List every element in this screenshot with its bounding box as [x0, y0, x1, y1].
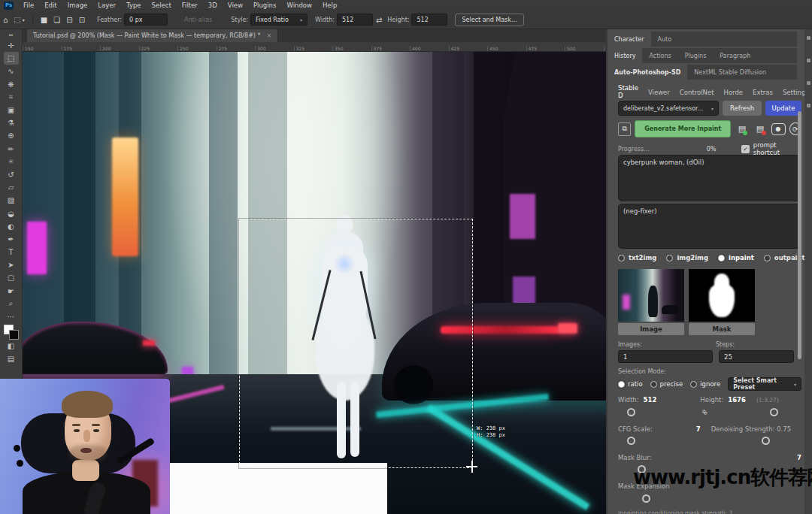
style-dropdown[interactable]: Fixed Ratio ▾ [250, 14, 308, 26]
color-swatches[interactable] [4, 325, 19, 340]
clone-stamp-tool[interactable]: ⍟ [4, 156, 19, 168]
background-color-swatch[interactable] [9, 330, 19, 340]
link-dimensions-icon[interactable]: ∞ [699, 407, 711, 419]
steps-input[interactable]: 25 [719, 350, 794, 363]
lasso-tool[interactable]: ∿ [4, 65, 19, 77]
collapsed-panel-icon[interactable] [807, 36, 810, 40]
tab-horde[interactable]: Horde [724, 89, 744, 98]
tab-plugins[interactable]: Plugins [678, 48, 714, 63]
selection-marquee[interactable] [239, 219, 473, 468]
mask-thumb-label[interactable]: Mask [689, 323, 755, 335]
close-icon[interactable]: × [267, 32, 272, 39]
radio-ignore[interactable] [690, 381, 697, 388]
type-tool[interactable]: T [4, 246, 19, 259]
collapsed-panel-icon[interactable] [807, 59, 810, 62]
collapsed-panel-icon[interactable] [807, 81, 810, 85]
radio-txt2img[interactable] [618, 255, 625, 262]
denoise-slider[interactable] [762, 437, 770, 445]
width-slider[interactable] [627, 408, 635, 416]
collapsed-panel-icon[interactable] [807, 104, 810, 107]
pen-tool[interactable]: ✒ [4, 233, 19, 246]
marquee-tool-icon[interactable]: ⬚ [14, 16, 20, 24]
cfg-slider[interactable] [627, 437, 635, 445]
radio-inpaint[interactable] [718, 255, 725, 262]
quick-mask-icon[interactable]: ◧ [4, 340, 19, 352]
radio-ratio[interactable] [618, 381, 625, 388]
menu-type[interactable]: Type [121, 0, 147, 11]
swap-dimensions-icon[interactable]: ⇄ [376, 16, 382, 24]
move-tool[interactable]: ✛ [4, 39, 19, 52]
eraser-tool[interactable]: ▱ [4, 181, 19, 194]
tab-nextml-stable-diffusion[interactable]: NextML Stable Diffusion [687, 65, 773, 80]
layers-hidden-icon[interactable]: ▤ [753, 122, 767, 136]
panel-scrollbar[interactable] [798, 111, 801, 359]
new-selection-icon[interactable]: ■ [41, 16, 47, 24]
menu-3d[interactable]: 3D [203, 0, 223, 11]
menu-help[interactable]: Help [317, 0, 342, 11]
subtract-selection-icon[interactable]: ⊟ [66, 16, 72, 24]
select-and-mask-button[interactable]: Select and Mask... [455, 14, 523, 26]
tab-character[interactable]: Character [607, 32, 651, 47]
quick-selection-tool[interactable]: ❋ [4, 78, 19, 91]
dodge-tool[interactable]: ◐ [4, 220, 19, 233]
hand-tool[interactable]: ☛ [4, 285, 19, 298]
menu-select[interactable]: Select [147, 0, 177, 11]
tab-history[interactable]: History [607, 48, 642, 63]
smart-preset-dropdown[interactable]: Select Smart Preset ▾ [728, 377, 801, 391]
collapse-toolbar-icon[interactable]: ⇔ [4, 32, 19, 39]
prompt-shortcut-checkbox[interactable]: ✓ [741, 145, 749, 153]
screen-mode-icon[interactable]: ▤ [4, 352, 19, 365]
menu-image[interactable]: Image [62, 0, 93, 11]
brush-tool[interactable]: ✏ [4, 143, 19, 156]
tab-viewer[interactable]: Viewer [648, 89, 670, 98]
refresh-button[interactable]: Refresh [723, 101, 762, 116]
height-slider[interactable] [770, 408, 778, 416]
tab-auto-photoshop-sd[interactable]: Auto-Photoshop-SD [607, 65, 687, 80]
tab-controlnet[interactable]: ControlNet [680, 89, 714, 98]
menu-filter[interactable]: Filter [177, 0, 203, 11]
radio-img2img[interactable] [666, 255, 673, 262]
edit-toolbar-icon[interactable]: ⋯ [4, 310, 19, 323]
feather-input[interactable]: 0 px [124, 14, 168, 26]
height-input[interactable]: 512 [411, 14, 447, 26]
generate-more-inpaint-button[interactable]: Generate More Inpaint [635, 120, 731, 138]
mask-expansion-slider[interactable] [642, 494, 650, 503]
blur-tool[interactable]: ◒ [4, 207, 19, 219]
image-thumbnail[interactable]: Image [618, 269, 684, 335]
zoom-tool[interactable]: ⌕ [4, 298, 19, 310]
healing-brush-tool[interactable]: ⊕ [4, 129, 19, 142]
mask-thumbnail[interactable]: Mask [689, 269, 755, 335]
add-selection-icon[interactable]: ❏ [53, 16, 60, 24]
home-icon[interactable]: ⌂ [3, 16, 8, 24]
menu-layer[interactable]: Layer [92, 0, 121, 11]
intersect-selection-icon[interactable]: ⊡ [79, 16, 85, 24]
width-input[interactable]: 512 [337, 14, 373, 26]
image-thumb-label[interactable]: Image [618, 323, 684, 335]
tab-auto[interactable]: Auto [651, 32, 679, 47]
model-dropdown[interactable]: deliberate_v2.safetensor... ▾ [618, 101, 719, 116]
crop-tool[interactable]: ⌗ [4, 91, 19, 104]
tab-extras[interactable]: Extras [753, 89, 773, 98]
tab-paragraph[interactable]: Paragraph [713, 48, 757, 63]
negative-prompt-textarea[interactable]: (neg-fixer) [618, 204, 801, 249]
eyedropper-tool[interactable]: ⚗ [4, 116, 19, 129]
update-button[interactable]: Update [765, 101, 801, 116]
camera-icon[interactable]: ● [771, 123, 786, 135]
menu-window[interactable]: Window [281, 0, 317, 11]
path-selection-tool[interactable]: ➤ [4, 259, 19, 271]
rectangle-tool[interactable]: ▢ [4, 271, 19, 284]
document-tab[interactable]: Tutorial.psd @ 200% (Mask — Paint White … [27, 29, 278, 42]
menu-plugins[interactable]: Plugins [248, 0, 281, 11]
menu-edit[interactable]: Edit [39, 0, 62, 11]
images-input[interactable]: 1 [618, 350, 713, 363]
radio-precise[interactable] [650, 381, 657, 388]
history-brush-tool[interactable]: ↺ [4, 168, 19, 181]
prompt-textarea[interactable]: cyberpunk woman, (dOil) [618, 155, 801, 201]
menu-view[interactable]: View [223, 0, 248, 11]
menu-file[interactable]: File [18, 0, 39, 11]
layers-visible-icon[interactable]: ▤ [735, 122, 749, 136]
new-document-icon[interactable]: ⧉ [618, 122, 631, 136]
tab-actions[interactable]: Actions [642, 48, 677, 63]
chevron-down-icon[interactable]: ▾ [23, 17, 25, 23]
frame-tool[interactable]: ▣ [4, 104, 19, 116]
